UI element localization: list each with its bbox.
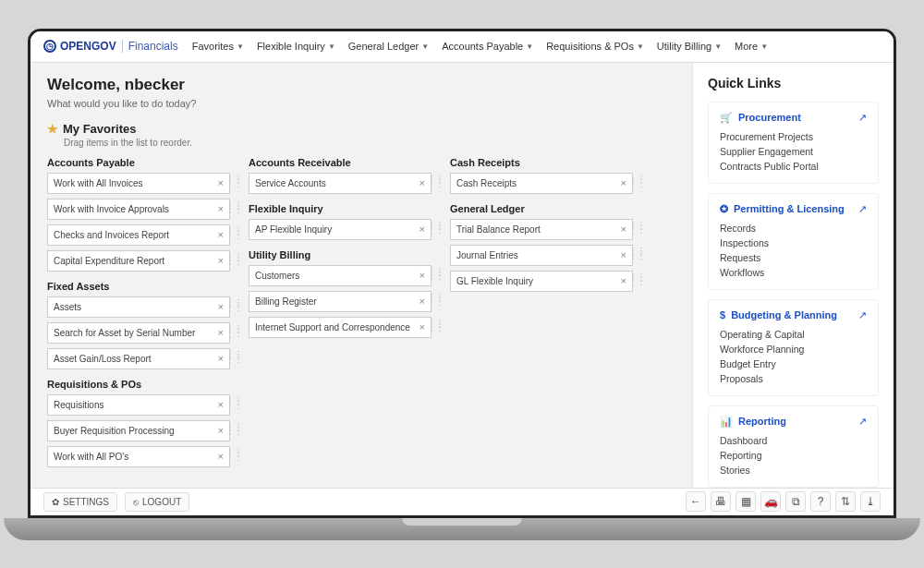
favorites-columns: Accounts PayableWork with All Invoices×⋮…	[47, 157, 675, 477]
card-link[interactable]: Procurement Projects	[720, 129, 867, 144]
favorite-item[interactable]: Work with All PO's×⋮⋮⋮⋮	[47, 446, 230, 467]
remove-icon[interactable]: ×	[419, 270, 425, 281]
remove-icon[interactable]: ×	[218, 425, 224, 436]
nav-item[interactable]: Accounts Payable▼	[442, 41, 533, 52]
footer-tool-icon[interactable]: ⇅	[835, 491, 856, 512]
card-link[interactable]: Proposals	[720, 371, 867, 386]
favorite-item[interactable]: Billing Register×⋮⋮⋮⋮	[249, 291, 432, 312]
card-link[interactable]: Requests	[720, 250, 867, 265]
favorite-item[interactable]: GL Flexible Inquiry×⋮⋮⋮⋮	[450, 271, 633, 292]
remove-icon[interactable]: ×	[621, 275, 626, 286]
drag-handle-icon[interactable]: ⋮⋮⋮⋮	[427, 295, 444, 304]
nav-item[interactable]: Favorites▼	[192, 41, 244, 52]
remove-icon[interactable]: ×	[218, 327, 224, 338]
remove-icon[interactable]: ×	[218, 255, 224, 266]
card-link[interactable]: Workflows	[720, 265, 867, 280]
favorite-item[interactable]: Internet Support and Correspondence×⋮⋮⋮⋮	[249, 317, 432, 338]
external-link-icon[interactable]: ↗	[858, 112, 867, 124]
footer-tool-icon[interactable]: 🖶	[711, 491, 731, 512]
card-link[interactable]: Reporting	[720, 448, 867, 463]
remove-icon[interactable]: ×	[218, 301, 224, 312]
drag-handle-icon[interactable]: ⋮⋮⋮⋮	[225, 176, 242, 186]
nav-item[interactable]: More▼	[735, 41, 768, 52]
nav-item[interactable]: Requisitions & POs▼	[546, 41, 644, 52]
footer-tool-icon[interactable]: ⤓	[860, 491, 881, 512]
card-link[interactable]: Dashboard	[720, 433, 867, 448]
drag-handle-icon[interactable]: ⋮⋮⋮⋮	[628, 248, 645, 258]
footer-tool-icon[interactable]: ?	[810, 491, 831, 512]
settings-button[interactable]: ✿ SETTINGS	[43, 492, 117, 512]
logout-button[interactable]: ⎋ LOGOUT	[125, 492, 189, 512]
favorite-item[interactable]: Assets×⋮⋮⋮⋮	[47, 296, 230, 318]
external-link-icon[interactable]: ↗	[858, 416, 867, 428]
favorite-item[interactable]: Search for Asset by Serial Number×⋮⋮⋮⋮	[47, 322, 230, 344]
drag-handle-icon[interactable]: ⋮⋮⋮⋮	[427, 320, 444, 330]
drag-handle-icon[interactable]: ⋮⋮⋮⋮	[225, 450, 242, 459]
remove-icon[interactable]: ×	[419, 224, 425, 235]
remove-icon[interactable]: ×	[621, 249, 626, 260]
favorite-item[interactable]: AP Flexible Inquiry×⋮⋮⋮⋮	[249, 219, 432, 240]
remove-icon[interactable]: ×	[621, 177, 626, 188]
favorite-item[interactable]: Trial Balance Report×⋮⋮⋮⋮	[450, 219, 633, 240]
footer-right: ←🖶▦🚗⧉?⇅⤓	[686, 491, 881, 512]
card-link[interactable]: Contracts Public Portal	[720, 159, 867, 174]
favorite-item[interactable]: Checks and Invoices Report×⋮⋮⋮⋮	[47, 224, 230, 246]
drag-handle-icon[interactable]: ⋮⋮⋮⋮	[225, 326, 242, 335]
remove-icon[interactable]: ×	[218, 399, 224, 410]
remove-icon[interactable]: ×	[218, 177, 224, 188]
drag-handle-icon[interactable]: ⋮⋮⋮⋮	[427, 269, 444, 278]
favorite-item[interactable]: Journal Entries×⋮⋮⋮⋮	[450, 245, 633, 266]
drag-handle-icon[interactable]: ⋮⋮⋮⋮	[225, 300, 242, 309]
brand-name: OPENGOV	[60, 40, 116, 53]
remove-icon[interactable]: ×	[419, 177, 425, 188]
card-title[interactable]: 📊Reporting	[720, 416, 786, 428]
drag-handle-icon[interactable]: ⋮⋮⋮⋮	[628, 274, 645, 284]
remove-icon[interactable]: ×	[621, 224, 626, 235]
footer-tool-icon[interactable]: ←	[686, 491, 706, 512]
favorite-item[interactable]: Cash Receipts×⋮⋮⋮⋮	[450, 173, 633, 194]
remove-icon[interactable]: ×	[218, 229, 224, 240]
drag-handle-icon[interactable]: ⋮⋮⋮⋮	[225, 202, 242, 211]
favorite-item[interactable]: Work with All Invoices×⋮⋮⋮⋮	[47, 173, 230, 194]
card-title[interactable]: 🛒Procurement	[720, 112, 801, 124]
favorite-item[interactable]: Requisitions×⋮⋮⋮⋮	[47, 394, 230, 416]
card-link[interactable]: Operating & Capital	[720, 327, 867, 342]
external-link-icon[interactable]: ↗	[858, 309, 867, 321]
drag-handle-icon[interactable]: ⋮⋮⋮⋮	[225, 424, 242, 433]
footer-tool-icon[interactable]: 🚗	[760, 491, 781, 512]
footer-tool-icon[interactable]: ⧉	[785, 491, 806, 512]
nav-item[interactable]: General Ledger▼	[348, 41, 429, 52]
remove-icon[interactable]: ×	[419, 321, 425, 332]
favorite-item[interactable]: Work with Invoice Approvals×⋮⋮⋮⋮	[47, 199, 230, 220]
drag-handle-icon[interactable]: ⋮⋮⋮⋮	[628, 223, 645, 232]
card-link[interactable]: Supplier Engagement	[720, 144, 867, 159]
card-link[interactable]: Inspections	[720, 236, 867, 250]
remove-icon[interactable]: ×	[218, 451, 224, 462]
nav-item[interactable]: Utility Billing▼	[657, 41, 722, 52]
drag-handle-icon[interactable]: ⋮⋮⋮⋮	[628, 176, 645, 186]
remove-icon[interactable]: ×	[419, 296, 425, 307]
quick-card: $Budgeting & Planning↗Operating & Capita…	[708, 299, 879, 396]
drag-handle-icon[interactable]: ⋮⋮⋮⋮	[427, 176, 444, 186]
drag-handle-icon[interactable]: ⋮⋮⋮⋮	[225, 398, 242, 407]
remove-icon[interactable]: ×	[218, 203, 224, 214]
favorite-item[interactable]: Buyer Requisition Processing×⋮⋮⋮⋮	[47, 420, 230, 441]
card-title[interactable]: $Budgeting & Planning	[720, 309, 837, 320]
card-link[interactable]: Records	[720, 221, 867, 236]
drag-handle-icon[interactable]: ⋮⋮⋮⋮	[427, 223, 444, 232]
favorite-item[interactable]: Service Accounts×⋮⋮⋮⋮	[249, 173, 432, 194]
favorite-item[interactable]: Capital Expenditure Report×⋮⋮⋮⋮	[47, 250, 230, 272]
favorite-item[interactable]: Asset Gain/Loss Report×⋮⋮⋮⋮	[47, 348, 230, 369]
card-link[interactable]: Stories	[720, 463, 867, 477]
nav-item[interactable]: Flexible Inquiry▼	[257, 41, 335, 52]
card-link[interactable]: Budget Entry	[720, 357, 867, 371]
drag-handle-icon[interactable]: ⋮⋮⋮⋮	[225, 254, 242, 263]
drag-handle-icon[interactable]: ⋮⋮⋮⋮	[225, 352, 242, 361]
favorite-item[interactable]: Customers×⋮⋮⋮⋮	[249, 265, 432, 286]
external-link-icon[interactable]: ↗	[858, 203, 867, 215]
card-link[interactable]: Workforce Planning	[720, 342, 867, 357]
drag-handle-icon[interactable]: ⋮⋮⋮⋮	[225, 228, 242, 237]
remove-icon[interactable]: ×	[218, 353, 224, 364]
card-title[interactable]: ✪Permitting & Licensing	[720, 203, 845, 215]
footer-tool-icon[interactable]: ▦	[736, 491, 756, 512]
